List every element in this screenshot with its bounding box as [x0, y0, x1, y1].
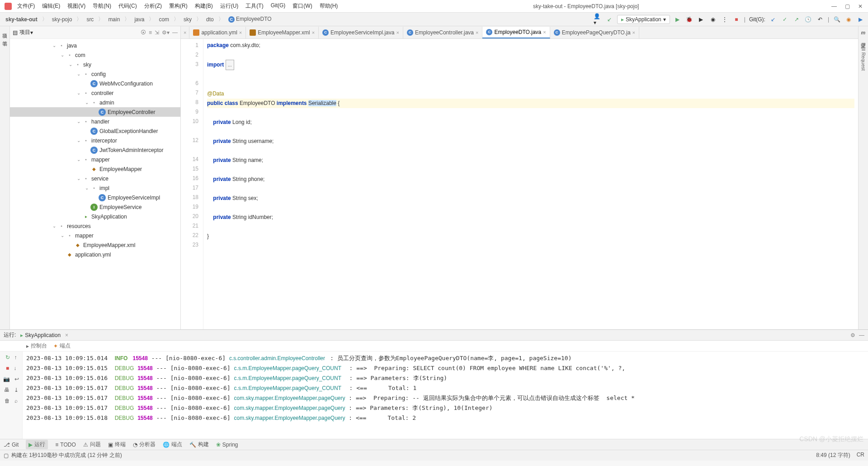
tree-item[interactable]: ◆EmployeeMapper — [10, 164, 180, 174]
more-run-icon[interactable]: ⋮ — [721, 15, 729, 24]
breadcrumb-item[interactable]: sky-take-out — [4, 15, 39, 24]
menu-item[interactable]: 导航(N) — [90, 1, 114, 11]
menu-item[interactable]: Git(G) — [268, 1, 288, 11]
project-tree[interactable]: ⌄▪java⌄▪com⌄▪sky⌄▪configCWebMvcConfigura… — [10, 39, 180, 329]
tree-item[interactable]: ▸SkyApplication — [10, 212, 180, 221]
vcs-update-icon[interactable]: ↙ — [605, 15, 613, 24]
menu-item[interactable]: 窗口(W) — [290, 1, 315, 11]
line-separator[interactable]: CR — [857, 452, 864, 459]
tree-item[interactable]: ⌄▪controller — [10, 88, 180, 98]
tree-item[interactable]: ⌄▪admin — [10, 98, 180, 107]
problems-tool[interactable]: ⚠问题 — [83, 441, 101, 448]
todo-tool[interactable]: ≡TODO — [55, 442, 75, 448]
tree-item[interactable]: ⌄▪interceptor — [10, 136, 180, 145]
run-tool[interactable]: ▶运行 — [26, 440, 48, 449]
print-icon[interactable]: 🖶 — [4, 387, 9, 393]
trash-icon[interactable]: 🗑 — [5, 398, 10, 404]
editor-tab[interactable]: CEmployeePageQueryDTO.ja× — [550, 27, 639, 38]
run-config-dropdown[interactable]: ▸ SkyApplication ▾ — [617, 15, 670, 24]
camera-icon[interactable]: 📷 — [3, 376, 10, 382]
pullrequest-tool-button[interactable]: Pull Request — [861, 41, 866, 72]
tree-item[interactable]: ⌄▪mapper — [10, 155, 180, 164]
code-area[interactable]: 123 678910 12 14151617181920212223 packa… — [181, 39, 858, 329]
git-tool[interactable]: ⎇Git — [4, 442, 19, 448]
close-icon[interactable]: × — [184, 30, 186, 35]
console-output[interactable]: 2023-08-13 10:09:15.014 INFO 15548 --- [… — [23, 352, 868, 439]
close-icon[interactable]: × — [476, 30, 478, 35]
close-icon[interactable]: × — [396, 30, 399, 35]
git-pull-icon[interactable]: ↙ — [769, 15, 777, 24]
tree-item[interactable]: ⌄▪mapper — [10, 231, 180, 240]
debug-button[interactable]: 🐞 — [685, 15, 693, 24]
locate-icon[interactable]: ⦿ — [141, 29, 146, 36]
close-icon[interactable]: ✕ — [858, 3, 863, 10]
tree-item[interactable]: ⌄▪handler — [10, 117, 180, 126]
menu-item[interactable]: 重构(R) — [166, 1, 190, 11]
tree-item[interactable]: CWebMvcConfiguration — [10, 79, 180, 88]
run-button[interactable]: ▶ — [674, 15, 682, 24]
tree-item[interactable]: ⌄▪impl — [10, 183, 180, 193]
tree-item[interactable]: ⌄▪resources — [10, 221, 180, 231]
expand-icon[interactable]: ⇲ — [155, 29, 159, 36]
collapse-icon[interactable]: ≡ — [149, 29, 152, 36]
bookmarks-tool-button[interactable]: 书签 — [1, 35, 8, 39]
tree-item[interactable]: CEmployeeServiceImpl — [10, 193, 180, 202]
editor-tab[interactable]: EmployeeMapper.xml× — [246, 27, 319, 38]
terminal-tool[interactable]: ▣终端 — [108, 441, 126, 448]
stop-icon[interactable]: ■ — [6, 365, 9, 371]
tree-item[interactable]: IEmployeeService — [10, 202, 180, 212]
breadcrumb-item[interactable]: C EmployeeDTO — [226, 15, 274, 24]
menu-item[interactable]: 构建(B) — [192, 1, 216, 11]
build-tool[interactable]: 🔨构建 — [189, 441, 209, 448]
close-icon[interactable]: × — [312, 30, 315, 35]
stop-button[interactable]: ■ — [732, 15, 741, 24]
breadcrumb-item[interactable]: src — [85, 15, 95, 24]
git-rollback-icon[interactable]: ↶ — [816, 15, 824, 24]
menu-item[interactable]: 代码(C) — [116, 1, 140, 11]
tree-item[interactable]: ◆EmployeeMapper.xml — [10, 240, 180, 250]
gear-icon[interactable]: ⚙ — [850, 332, 855, 338]
menu-item[interactable]: 运行(U) — [217, 1, 241, 11]
ide-update-icon[interactable]: ◉ — [844, 15, 853, 24]
breadcrumb-item[interactable]: main — [106, 15, 122, 24]
scroll-icon[interactable]: ⤓ — [14, 387, 19, 393]
filter-icon[interactable]: ⌕ — [14, 398, 18, 404]
close-icon[interactable]: × — [632, 30, 635, 35]
editor-tab[interactable]: CEmployeeController.java× — [403, 27, 483, 38]
hide-icon[interactable]: — — [172, 29, 178, 36]
menu-item[interactable]: 帮助(H) — [317, 1, 341, 11]
message-icon[interactable]: ▢ — [4, 452, 9, 459]
commit-tool-button[interactable]: 提交 — [860, 37, 867, 41]
tree-item[interactable]: CEmployeeController — [10, 107, 180, 117]
tree-item[interactable]: ◆application.yml — [10, 250, 180, 259]
up-icon[interactable]: ↑ — [14, 354, 17, 361]
breadcrumb-item[interactable]: sky-pojo — [50, 15, 74, 24]
cursor-position[interactable]: 8:49 (12 字符) — [816, 452, 850, 459]
tree-item[interactable]: ⌄▪com — [10, 50, 180, 60]
code-content[interactable]: package com.sky.dto; import ... @Data pu… — [203, 39, 858, 329]
down-icon[interactable]: ↓ — [14, 365, 16, 371]
endpoints-tab[interactable]: ✦端点 — [53, 342, 71, 350]
tree-item[interactable]: CJwtTokenAdminInterceptor — [10, 145, 180, 155]
tree-item[interactable]: ⌄▪config — [10, 69, 180, 79]
search-icon[interactable]: 🔍 — [833, 15, 841, 24]
console-tab[interactable]: ▸控制台 — [26, 342, 47, 350]
tree-item[interactable]: CGlobalExceptionHandler — [10, 126, 180, 136]
breadcrumb-item[interactable]: java — [132, 15, 146, 24]
tree-item[interactable]: ⌄▪java — [10, 41, 180, 50]
user-icon[interactable]: 👤▾ — [594, 15, 602, 24]
menu-item[interactable]: 工具(T) — [243, 1, 266, 11]
rerun-icon[interactable]: ↻ — [5, 354, 10, 361]
analyzer-tool[interactable]: ◔分析器 — [133, 441, 156, 448]
git-history-icon[interactable]: 🕓 — [804, 15, 812, 24]
menu-item[interactable]: 文件(F) — [14, 1, 38, 11]
tree-item[interactable]: ⌄▪service — [10, 174, 180, 183]
close-icon[interactable]: × — [543, 29, 546, 35]
hide-icon[interactable]: — — [859, 332, 864, 338]
breadcrumb-item[interactable]: sky — [182, 15, 193, 24]
profile-button[interactable]: ◉ — [709, 15, 717, 24]
menu-item[interactable]: 分析(Z) — [142, 1, 165, 11]
tree-item[interactable]: ⌄▪sky — [10, 60, 180, 69]
sync-icon[interactable]: ▶ — [856, 15, 864, 24]
coverage-button[interactable]: ▶ — [697, 15, 705, 24]
